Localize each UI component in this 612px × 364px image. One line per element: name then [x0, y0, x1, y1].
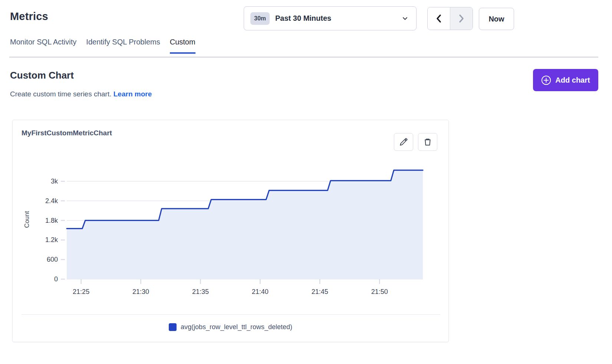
legend-label: avg(jobs_row_level_ttl_rows_deleted) — [181, 323, 292, 331]
section-subtitle-text: Create custom time series chart. — [10, 90, 111, 98]
next-time-button[interactable] — [450, 7, 473, 30]
chevron-down-icon — [402, 16, 408, 21]
svg-text:2.4k: 2.4k — [45, 197, 58, 205]
time-range-dropdown[interactable]: 30m Past 30 Minutes — [244, 6, 417, 30]
chart-card: MyFirstCustomMetricChart 06001.2k1.8k2.4… — [12, 120, 449, 342]
page-title: Metrics — [10, 10, 48, 23]
svg-text:1.2k: 1.2k — [45, 236, 58, 244]
add-chart-button[interactable]: Add chart — [533, 69, 598, 91]
svg-text:21:35: 21:35 — [192, 288, 209, 295]
time-range-label: Past 30 Minutes — [275, 14, 402, 23]
svg-text:21:30: 21:30 — [132, 288, 149, 295]
svg-text:21:25: 21:25 — [73, 288, 89, 295]
section-subtitle: Create custom time series chart. Learn m… — [10, 90, 152, 98]
custom-chart-svg: 06001.2k1.8k2.4k3k21:2521:3021:3521:4021… — [13, 120, 449, 305]
tab-monitor-sql-activity[interactable]: Monitor SQL Activity — [10, 38, 76, 54]
svg-text:Count: Count — [23, 211, 30, 228]
legend-divider — [22, 314, 440, 315]
tab-bar: Monitor SQL Activity Identify SQL Proble… — [10, 38, 195, 54]
legend[interactable]: avg(jobs_row_level_ttl_rows_deleted) — [13, 323, 448, 331]
legend-swatch — [169, 323, 177, 331]
svg-text:1.8k: 1.8k — [45, 217, 58, 224]
svg-text:0: 0 — [54, 275, 58, 283]
chevron-right-icon — [458, 14, 465, 23]
svg-text:21:50: 21:50 — [371, 288, 388, 295]
tabs-divider — [9, 57, 598, 57]
tab-custom[interactable]: Custom — [170, 38, 195, 54]
add-chart-label: Add chart — [555, 76, 590, 85]
time-nav-group — [427, 7, 473, 30]
tab-identify-sql-problems[interactable]: Identify SQL Problems — [86, 38, 160, 54]
learn-more-link[interactable]: Learn more — [113, 90, 152, 98]
plus-circle-icon — [541, 75, 551, 85]
time-range-badge: 30m — [250, 12, 270, 25]
section-title: Custom Chart — [10, 70, 74, 81]
previous-time-button[interactable] — [428, 7, 450, 30]
svg-text:3k: 3k — [51, 178, 58, 185]
chevron-left-icon — [435, 14, 442, 23]
svg-text:21:40: 21:40 — [252, 288, 269, 295]
now-button[interactable]: Now — [479, 8, 514, 30]
svg-text:21:45: 21:45 — [312, 288, 328, 295]
svg-text:600: 600 — [47, 256, 58, 263]
